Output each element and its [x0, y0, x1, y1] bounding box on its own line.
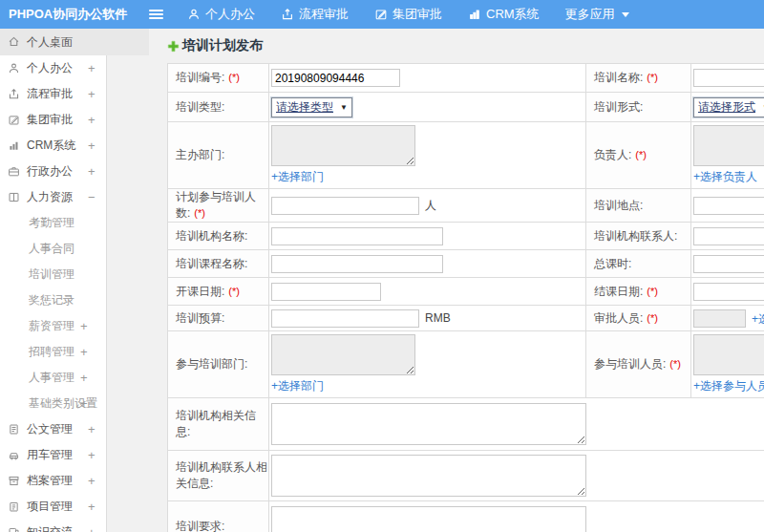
total-hours-input[interactable] [693, 255, 764, 273]
page-title: 培训计划发布 [149, 29, 764, 63]
edit-icon [374, 8, 388, 21]
sidebar-item-personnel-mgmt[interactable]: 人事管理 + [0, 365, 107, 391]
sidebar-item-label: 集团审批 [27, 112, 73, 128]
book-icon [8, 191, 21, 204]
expand-toggle[interactable]: + [80, 371, 88, 385]
hamburger-menu-icon[interactable] [149, 8, 166, 21]
field-label-training-type: 培训类型: [168, 93, 269, 122]
field-label-total-hours: 总课时: [586, 250, 691, 278]
expand-toggle[interactable]: + [88, 164, 96, 179]
end-date-input[interactable] [693, 283, 764, 301]
join-people-textarea[interactable] [693, 334, 764, 375]
start-date-input[interactable] [271, 283, 381, 301]
expand-toggle[interactable]: + [80, 319, 88, 333]
training-form-select[interactable]: 请选择形式 ▼ [693, 97, 764, 117]
sidebar-item-personal-desktop[interactable]: 个人桌面 [0, 29, 149, 55]
sidebar-item-vehicle-mgmt[interactable]: 用车管理 + [0, 442, 107, 468]
pick-host-dept-link[interactable]: +选择部门 [271, 169, 324, 185]
topnav-workflow-approval[interactable]: 流程审批 [281, 6, 349, 23]
sidebar-item-base-category-settings[interactable]: 基础类别设置 + [0, 391, 107, 416]
user-icon [8, 62, 21, 75]
sidebar-subitem-label: 培训管理 [29, 266, 74, 283]
required-mark: (*) [647, 72, 658, 83]
org-contact-info-textarea[interactable] [271, 455, 586, 497]
sidebar-item-training-mgmt[interactable]: 培训管理 [0, 262, 107, 287]
sidebar-item-project-mgmt[interactable]: 项目管理 + [0, 494, 107, 520]
sidebar-subitem-label: 人事管理 [29, 370, 74, 386]
sidebar-item-document-mgmt[interactable]: 公文管理 + [0, 416, 107, 442]
sidebar-item-knowledge-exchange[interactable]: 知识交流 + [0, 520, 107, 532]
pick-join-people-link[interactable]: +选择参与人员 [693, 378, 764, 394]
expand-toggle[interactable]: + [88, 138, 96, 153]
car-icon [8, 449, 21, 462]
sidebar-item-label: CRM系统 [27, 138, 75, 154]
planned-count-input[interactable] [271, 197, 419, 215]
course-name-input[interactable] [271, 255, 443, 273]
topnav-personal-office[interactable]: 个人办公 [187, 6, 255, 23]
host-dept-textarea[interactable] [271, 125, 415, 166]
sidebar-item-hr-contract[interactable]: 人事合同 [0, 236, 107, 262]
sidebar-item-human-resources[interactable]: 人力资源 − [0, 184, 107, 210]
expand-toggle[interactable]: + [88, 474, 96, 488]
location-input[interactable] [693, 197, 764, 215]
field-label-course-name: 培训课程名称: [168, 250, 269, 278]
pick-join-dept-link[interactable]: +选择部门 [271, 378, 324, 394]
pick-approver-link[interactable]: +选择审批人员 [752, 311, 764, 328]
sidebar-item-label: 项目管理 [27, 499, 73, 515]
sidebar-item-label: 公文管理 [27, 421, 73, 437]
expand-toggle[interactable]: + [88, 448, 96, 462]
expand-toggle[interactable]: + [80, 345, 88, 359]
field-label-location: 培训地点: [586, 189, 691, 223]
sidebar-item-crm[interactable]: CRM系统 + [0, 133, 107, 159]
sidebar-item-reward-punish-records[interactable]: 奖惩记录 [0, 287, 107, 313]
expand-toggle[interactable]: + [88, 500, 96, 514]
field-label-start-date: 开课日期:(*) [168, 278, 269, 306]
top-nav: 个人办公 流程审批 集团审批 CRM系统 更多应用 [187, 6, 655, 23]
sidebar-item-personal-office[interactable]: 个人办公 + [0, 55, 107, 81]
training-no-input[interactable] [271, 69, 400, 87]
training-plan-form: 培训编号:(*) 培训名称:(*) 培训类型: 请选择类型 ▼ 培训形式: 请选 [167, 63, 764, 532]
field-label-org-contact: 培训机构联系人: [586, 223, 691, 250]
field-label-join-dept: 参与培训部门: [168, 331, 269, 398]
field-label-org-name: 培训机构名称: [168, 223, 269, 250]
approver-input[interactable] [693, 309, 746, 328]
sidebar-item-group-approval[interactable]: 集团审批 + [0, 107, 107, 133]
org-info-textarea[interactable] [271, 403, 586, 445]
topnav-label: 集团审批 [393, 6, 442, 23]
expand-toggle[interactable]: + [88, 87, 96, 101]
briefcase-icon [8, 165, 21, 179]
required-mark: (*) [647, 286, 658, 297]
expand-toggle[interactable]: + [88, 525, 96, 532]
sidebar-item-salary-mgmt[interactable]: 薪资管理 + [0, 313, 107, 339]
expand-toggle[interactable]: + [88, 61, 96, 75]
chart-icon [8, 139, 21, 153]
expand-toggle[interactable]: + [88, 113, 96, 127]
workflow-icon [281, 8, 294, 21]
org-name-input[interactable] [271, 227, 443, 245]
topnav-group-approval[interactable]: 集团审批 [374, 6, 442, 23]
workflow-icon [8, 88, 21, 101]
sidebar-item-archive-mgmt[interactable]: 档案管理 + [0, 468, 107, 494]
pick-leader-link[interactable]: +选择负责人 [693, 169, 757, 185]
expand-toggle[interactable]: + [80, 396, 88, 411]
topnav-more-apps[interactable]: 更多应用 [565, 6, 629, 23]
sidebar-item-workflow-approval[interactable]: 流程审批 + [0, 81, 107, 107]
training-name-input[interactable] [693, 69, 764, 87]
chevron-down-icon [622, 12, 629, 17]
topnav-label: 个人办公 [205, 6, 255, 23]
topnav-crm[interactable]: CRM系统 [468, 6, 540, 23]
expand-toggle[interactable]: + [88, 422, 96, 436]
join-dept-textarea[interactable] [271, 334, 415, 375]
topnav-label: CRM系统 [486, 6, 540, 23]
budget-input[interactable] [271, 309, 419, 328]
sidebar-item-admin-office[interactable]: 行政办公 + [0, 159, 107, 184]
org-contact-input[interactable] [693, 227, 764, 245]
training-type-select[interactable]: 请选择类型 ▼ [271, 97, 352, 117]
leader-textarea[interactable] [693, 125, 764, 166]
sidebar-item-recruit-mgmt[interactable]: 招聘管理 + [0, 339, 107, 365]
collapse-toggle[interactable]: − [88, 190, 96, 204]
sidebar-item-label: 用车管理 [27, 447, 73, 463]
sidebar-item-attendance-mgmt[interactable]: 考勤管理 [0, 210, 107, 236]
required-mark: (*) [228, 72, 240, 83]
requirements-textarea[interactable] [271, 506, 586, 532]
